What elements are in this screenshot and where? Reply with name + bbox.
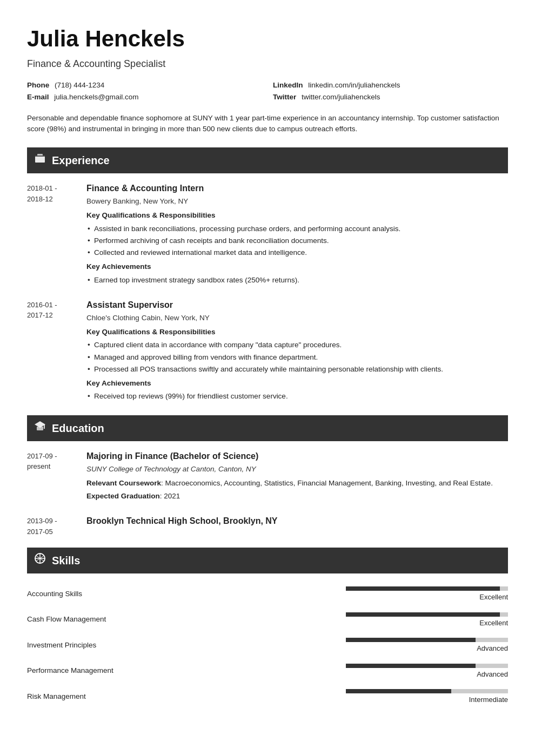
skill-bar-fill-1 — [346, 612, 500, 617]
coursework-label: Relevant Coursework — [86, 479, 161, 487]
skill-row-4: Risk Management Intermediate — [27, 689, 508, 705]
skill-bar-right-4: Intermediate — [346, 689, 508, 705]
exp2-content: Assistant Supervisor Chloe's Clothing Ca… — [86, 299, 508, 404]
exp2-ach-label: Key Achievements — [86, 378, 508, 389]
exp2-qual-label: Key Qualifications & Responsibilities — [86, 327, 508, 338]
exp2-qualifications: Captured client data in accordance with … — [86, 340, 508, 375]
list-item: Managed and approved billing from vendor… — [86, 352, 508, 363]
skill-bar-wrapper-4 — [346, 689, 508, 693]
list-item: Captured client data in accordance with … — [86, 340, 508, 350]
candidate-title: Finance & Accounting Specialist — [27, 57, 508, 71]
contact-grid: Phone (718) 444-1234 LinkedIn linkedin.c… — [27, 80, 508, 103]
skill-bar-right-2: Advanced — [346, 638, 508, 654]
edu1-degree: Majoring in Finance (Bachelor of Science… — [86, 450, 508, 463]
skill-entry-3: Performance Management Advanced — [27, 664, 508, 680]
skill-bar-wrapper-3 — [346, 664, 508, 668]
list-item: Performed archiving of cash receipts and… — [86, 235, 508, 246]
summary-text: Personable and dependable finance sophom… — [27, 113, 508, 135]
exp1-achievements: Earned top investment strategy sandbox r… — [86, 275, 508, 286]
graduation-label: Expected Graduation — [86, 492, 160, 500]
skill-bar-wrapper-2 — [346, 638, 508, 642]
skill-level-4: Intermediate — [469, 694, 508, 705]
skill-name-4: Risk Management — [27, 691, 346, 702]
skill-name-0: Accounting Skills — [27, 589, 346, 599]
email-value: julia.henckels@gmail.com — [54, 93, 138, 101]
skill-bar-right-3: Advanced — [346, 664, 508, 680]
list-item: Processed all POS transactions swiftly a… — [86, 364, 508, 375]
exp1-title: Finance & Accounting Intern — [86, 182, 508, 195]
skill-level-3: Advanced — [477, 669, 508, 680]
skill-level-2: Advanced — [477, 643, 508, 654]
svg-rect-2 — [35, 156, 45, 157]
experience-section-header: Experience — [27, 147, 508, 173]
edu1-institution: SUNY College of Technology at Canton, Ca… — [86, 464, 508, 475]
contact-email: E-mail julia.henckels@gmail.com — [27, 92, 262, 103]
skills-title: Skills — [52, 552, 80, 569]
candidate-name: Julia Henckels — [27, 22, 508, 56]
skill-entry-4: Risk Management Intermediate — [27, 689, 508, 705]
exp2-company: Chloe's Clothing Cabin, New York, NY — [86, 313, 508, 323]
skill-row-3: Performance Management Advanced — [27, 664, 508, 680]
list-item: Collected and reviewed international mar… — [86, 247, 508, 258]
skill-name-3: Performance Management — [27, 665, 346, 676]
education-title: Education — [52, 420, 104, 436]
coursework-value: Macroeconomics, Accounting, Statistics, … — [165, 479, 493, 487]
edu2-degree: Brooklyn Technical High School, Brooklyn… — [86, 515, 508, 528]
skill-entry-1: Cash Flow Management Excellent — [27, 612, 508, 629]
skills-entries: Accounting Skills Excellent Cash Flow Ma… — [27, 582, 508, 705]
exp1-company: Bowery Banking, New York, NY — [86, 196, 508, 207]
exp1-qual-label: Key Qualifications & Responsibilities — [86, 210, 508, 221]
skill-bar-right-1: Excellent — [346, 612, 508, 629]
skill-row-1: Cash Flow Management Excellent — [27, 612, 508, 629]
exp1-qualifications: Assisted in bank reconciliations, proces… — [86, 224, 508, 259]
coursework-colon: : — [161, 479, 165, 487]
exp1-content: Finance & Accounting Intern Bowery Banki… — [86, 182, 508, 288]
exp1-ach-label: Key Achievements — [86, 261, 508, 272]
experience-entry-1: 2018-01 - 2018-12 Finance & Accounting I… — [27, 182, 508, 288]
contact-linkedin: LinkedIn linkedin.com/in/juliahenckels — [273, 80, 508, 91]
skills-icon — [34, 552, 46, 569]
list-item: Earned top investment strategy sandbox r… — [86, 275, 508, 286]
skill-bar-wrapper-1 — [346, 612, 508, 617]
experience-title: Experience — [52, 152, 110, 168]
skill-name-2: Investment Principles — [27, 640, 346, 651]
contact-phone: Phone (718) 444-1234 — [27, 80, 262, 91]
skill-bar-fill-2 — [346, 638, 476, 642]
skill-bar-fill-3 — [346, 664, 476, 668]
linkedin-value: linkedin.com/in/juliahenckels — [308, 81, 400, 89]
education-entry-2: 2013-09 - 2017-05 Brooklyn Technical Hig… — [27, 515, 508, 537]
contact-twitter: Twitter twitter.com/juliahenckels — [273, 92, 508, 103]
experience-entry-2: 2016-01 - 2017-12 Assistant Supervisor C… — [27, 299, 508, 404]
edu1-graduation: Expected Graduation: 2021 — [86, 491, 508, 502]
linkedin-label: LinkedIn — [273, 81, 303, 89]
skill-row-2: Investment Principles Advanced — [27, 638, 508, 654]
email-label: E-mail — [27, 93, 49, 101]
experience-icon — [34, 152, 46, 169]
svg-rect-5 — [44, 424, 45, 429]
education-entries: 2017-09 - present Majoring in Finance (B… — [27, 450, 508, 537]
list-item: Received top reviews (99%) for friendlie… — [86, 391, 508, 402]
exp2-date: 2016-01 - 2017-12 — [27, 299, 86, 404]
skill-entry-2: Investment Principles Advanced — [27, 638, 508, 654]
graduation-value: 2021 — [164, 492, 180, 500]
edu2-date: 2013-09 - 2017-05 — [27, 515, 86, 537]
skill-bar-fill-4 — [346, 689, 451, 693]
edu2-content: Brooklyn Technical High School, Brooklyn… — [86, 515, 508, 537]
education-section-header: Education — [27, 415, 508, 441]
skill-bar-fill-0 — [346, 586, 500, 591]
edu1-content: Majoring in Finance (Bachelor of Science… — [86, 450, 508, 504]
edu1-coursework: Relevant Coursework: Macroeconomics, Acc… — [86, 478, 508, 489]
skill-row-0: Accounting Skills Excellent — [27, 586, 508, 603]
skill-bar-right-0: Excellent — [346, 586, 508, 603]
skill-bar-wrapper-0 — [346, 586, 508, 591]
phone-value: (718) 444-1234 — [55, 81, 104, 89]
exp2-title: Assistant Supervisor — [86, 299, 508, 312]
education-entry-1: 2017-09 - present Majoring in Finance (B… — [27, 450, 508, 504]
exp1-date: 2018-01 - 2018-12 — [27, 182, 86, 288]
phone-label: Phone — [27, 81, 49, 89]
svg-rect-4 — [37, 427, 43, 430]
education-icon — [34, 420, 46, 437]
skill-level-0: Excellent — [479, 592, 508, 603]
twitter-label: Twitter — [273, 93, 296, 101]
edu1-date: 2017-09 - present — [27, 450, 86, 504]
